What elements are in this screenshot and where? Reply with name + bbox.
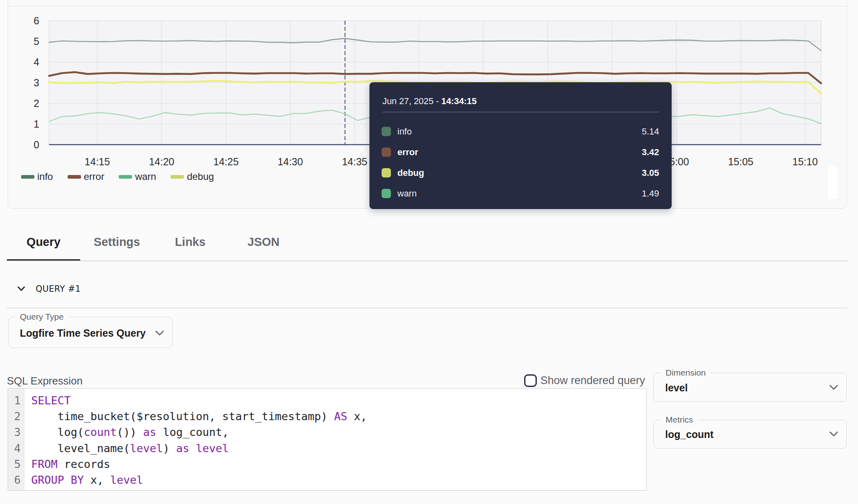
tooltip-series-label: error: [397, 147, 642, 158]
tooltip-series-value: 5.14: [642, 126, 659, 137]
legend-item-warn[interactable]: warn: [119, 171, 156, 183]
x-tick-label: 14:20: [149, 156, 175, 167]
y-tick-label: 4: [34, 56, 39, 68]
tooltip-divider: [382, 112, 659, 112]
legend-item-info[interactable]: info: [21, 171, 53, 183]
line-number: 5: [8, 456, 24, 472]
tab-links[interactable]: Links: [154, 228, 227, 256]
legend-swatch: [171, 175, 184, 179]
dimension-select[interactable]: Dimension level: [653, 373, 847, 402]
collapse-chevron-icon[interactable]: [17, 286, 25, 291]
chevron-down-icon: [829, 431, 838, 437]
x-tick-label: 15:05: [728, 156, 753, 167]
query-type-value: Logfire Time Series Query: [20, 326, 146, 340]
query-section-divider: [7, 308, 847, 308]
legend-swatch: [21, 175, 34, 179]
tooltip-series-label: warn: [397, 188, 642, 199]
legend-label: error: [84, 171, 105, 183]
legend-item-debug[interactable]: debug: [171, 171, 214, 183]
tab-settings[interactable]: Settings: [80, 228, 154, 256]
code-line: time_bucket($resolution, start_timestamp…: [31, 408, 647, 424]
legend-swatch: [119, 175, 132, 179]
code-line: GROUP BY x, level: [31, 472, 647, 488]
legend-swatch: [68, 175, 81, 179]
tooltip-row-debug: debug3.05: [369, 162, 672, 183]
code-line: SELECT: [31, 393, 647, 408]
chart-tooltip: Jun 27, 2025 - 14:34:15 info5.14error3.4…: [369, 82, 672, 209]
x-tick-label: 14:35: [342, 156, 367, 167]
editor-line-numbers: 123456: [8, 389, 24, 490]
code-line: FROM records: [31, 456, 647, 472]
tooltip-swatch: [382, 147, 391, 157]
legend-label: warn: [135, 171, 156, 183]
y-tick-label: 2: [34, 98, 39, 109]
editor-code[interactable]: SELECT time_bucket($resolution, start_ti…: [31, 389, 647, 488]
query-section-title[interactable]: QUERY #1: [36, 284, 81, 295]
metrics-select[interactable]: Metrics log_count: [653, 420, 847, 448]
show-rendered-query-checkbox[interactable]: [524, 374, 537, 387]
tooltip-row-info: info5.14: [369, 121, 672, 142]
line-number: 2: [8, 408, 24, 424]
sql-code-editor[interactable]: 123456 SELECT time_bucket($resolution, s…: [8, 388, 647, 491]
tooltip-row-error: error3.42: [369, 142, 672, 162]
chevron-down-icon: [155, 330, 164, 336]
scrollbar-thumb[interactable]: [828, 167, 837, 199]
line-number: 4: [8, 440, 24, 456]
tab-json[interactable]: JSON: [227, 228, 300, 256]
y-tick-label: 1: [34, 118, 39, 130]
y-tick-label: 6: [34, 15, 39, 26]
tooltip-row-warn: warn1.49: [369, 183, 672, 204]
legend-label: info: [37, 171, 53, 183]
sql-expression-label: SQL Expression: [7, 374, 83, 387]
tooltip-swatch: [382, 127, 391, 136]
tabs-divider: [7, 261, 847, 261]
code-line: level_name(level) as level: [31, 440, 647, 456]
query-type-select[interactable]: Query Type Logfire Time Series Query: [9, 317, 173, 348]
tooltip-series-label: info: [397, 126, 642, 137]
y-tick-label: 5: [34, 36, 39, 47]
x-tick-label: 15:10: [792, 156, 818, 167]
chart-legend: infoerrorwarndebug: [21, 171, 228, 183]
y-tick-label: 0: [34, 139, 39, 150]
line-number: 1: [8, 393, 24, 408]
metrics-label: Metrics: [661, 415, 698, 425]
show-rendered-query-label[interactable]: Show rendered query: [540, 374, 645, 387]
line-number: 6: [8, 472, 24, 488]
x-tick-label: 14:25: [213, 156, 239, 167]
tooltip-series-value: 3.42: [642, 147, 659, 158]
tooltip-series-label: debug: [397, 168, 642, 178]
tab-query[interactable]: Query: [7, 228, 80, 256]
legend-item-error[interactable]: error: [68, 171, 105, 183]
tab-bar: QuerySettingsLinksJSON: [7, 228, 300, 256]
y-tick-label: 3: [34, 77, 39, 88]
tooltip-series-value: 3.05: [642, 168, 659, 178]
metrics-value: log_count: [665, 427, 713, 442]
chevron-down-icon: [829, 384, 838, 390]
tooltip-swatch: [382, 189, 391, 198]
tooltip-swatch: [382, 168, 391, 177]
line-number: 3: [8, 424, 24, 440]
dimension-value: level: [665, 380, 688, 395]
x-tick-label: 14:15: [85, 156, 110, 167]
query-type-label: Query Type: [15, 312, 68, 322]
x-tick-label: 14:30: [277, 156, 303, 167]
tooltip-timestamp: Jun 27, 2025 - 14:34:15: [382, 95, 477, 107]
legend-label: debug: [187, 171, 214, 183]
code-line: log(count()) as log_count,: [31, 424, 647, 440]
dimension-label: Dimension: [661, 368, 710, 378]
tooltip-series-value: 1.49: [642, 188, 659, 199]
